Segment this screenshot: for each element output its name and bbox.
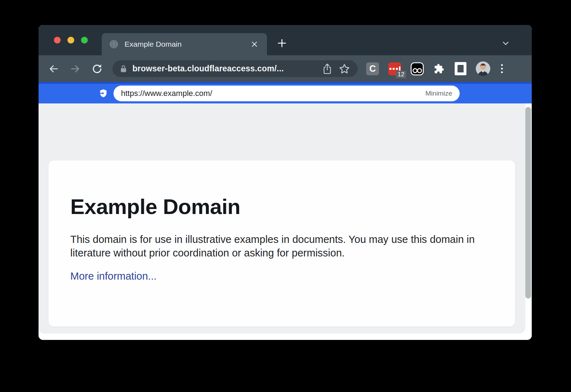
vertical-scrollbar[interactable] xyxy=(525,107,531,299)
star-icon xyxy=(339,63,350,75)
tab-title: Example Domain xyxy=(125,40,249,49)
browser-menu-button[interactable] xyxy=(500,63,504,75)
new-tab-button[interactable] xyxy=(275,36,289,50)
lastpass-dot xyxy=(393,68,395,70)
lastpass-dot xyxy=(389,68,391,70)
side-panel-button[interactable] xyxy=(455,62,466,75)
c-extension-icon[interactable]: C xyxy=(366,62,379,75)
tab-search-button[interactable] xyxy=(499,36,513,50)
browser-window: Example Domain xyxy=(39,25,532,340)
tab-example-domain[interactable]: Example Domain xyxy=(102,33,267,55)
extensions-menu-button[interactable] xyxy=(433,63,445,75)
share-button[interactable] xyxy=(321,63,333,75)
back-button[interactable] xyxy=(47,63,60,75)
menu-dot xyxy=(501,68,503,70)
bookmark-button[interactable] xyxy=(338,63,350,75)
plus-icon xyxy=(277,38,287,48)
page-paragraph: This domain is for use in illustrative e… xyxy=(70,233,484,260)
more-information-link[interactable]: More information... xyxy=(70,270,157,282)
browser-toolbar: browser-beta.cloudflareaccess.com/... C xyxy=(39,55,532,82)
access-shield-icon xyxy=(98,89,108,98)
lock-icon xyxy=(120,64,127,73)
reload-icon xyxy=(91,63,103,75)
goggles-extension-icon[interactable] xyxy=(410,62,424,76)
address-url-text: browser-beta.cloudflareaccess.com/... xyxy=(132,64,321,73)
extension-badge-count: 12 xyxy=(396,71,406,78)
traffic-lights xyxy=(54,25,88,55)
access-url-input[interactable]: https://www.example.com/ Minimize xyxy=(113,86,460,101)
tab-close-icon[interactable] xyxy=(249,39,260,50)
back-arrow-icon xyxy=(48,63,59,75)
page-viewport: Example Domain This domain is for use in… xyxy=(39,103,532,340)
example-domain-card: Example Domain This domain is for use in… xyxy=(49,161,515,326)
chevron-down-icon xyxy=(501,39,510,48)
forward-arrow-icon xyxy=(70,63,81,75)
address-bar[interactable]: browser-beta.cloudflareaccess.com/... xyxy=(112,60,358,77)
extensions-row: C 12 xyxy=(366,61,504,76)
page-title: Example Domain xyxy=(70,195,494,218)
forward-button[interactable] xyxy=(69,63,81,75)
cloudflare-access-bar: https://www.example.com/ Minimize xyxy=(39,82,532,103)
zoom-window-button[interactable] xyxy=(81,37,88,44)
puzzle-icon xyxy=(434,63,445,74)
minimize-window-button[interactable] xyxy=(67,37,74,44)
lastpass-dot xyxy=(396,68,398,70)
access-url-text: https://www.example.com/ xyxy=(121,89,425,98)
minimize-bar-button[interactable]: Minimize xyxy=(425,90,452,97)
avatar-photo xyxy=(476,61,490,76)
lastpass-extension-icon[interactable]: 12 xyxy=(388,62,401,75)
globe-favicon-icon xyxy=(109,39,119,49)
menu-dot xyxy=(501,64,503,66)
share-icon xyxy=(322,63,333,75)
page-background: Example Domain This domain is for use in… xyxy=(39,103,525,334)
profile-avatar[interactable] xyxy=(476,61,490,76)
tab-bar: Example Domain xyxy=(39,25,532,55)
menu-dot xyxy=(501,71,503,73)
reload-button[interactable] xyxy=(91,63,103,75)
close-window-button[interactable] xyxy=(54,37,61,44)
